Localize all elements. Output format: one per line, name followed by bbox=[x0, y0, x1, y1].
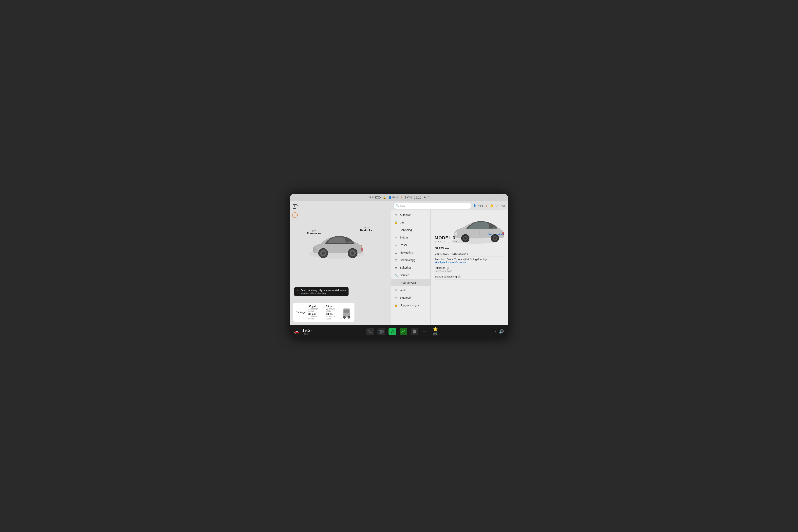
search-icon: 🔍 bbox=[396, 204, 399, 207]
menu-item-navigering[interactable]: ▲ Navigering bbox=[391, 249, 431, 256]
outside-temp: 14°C bbox=[424, 196, 430, 199]
bottom-left: 🚗 ‹ 19.5 › ⊡ ⊡ bbox=[294, 328, 312, 335]
model-variant: STANDARD PLUS bbox=[435, 241, 458, 243]
menu-item-bluetooth[interactable]: ✳ Bluetooth bbox=[391, 294, 431, 301]
menu-label-5: Navigering bbox=[400, 251, 413, 254]
seat-icon-left: ⊡ bbox=[304, 333, 306, 335]
nav-left-arrow[interactable]: ‹ bbox=[495, 330, 496, 333]
menu-icon-0: ◎ bbox=[394, 213, 398, 216]
warning-triangle-icon: ⚠ bbox=[297, 289, 300, 292]
download-icon: ⬇ bbox=[401, 196, 403, 199]
menu-item-lås[interactable]: 🔒 Lås bbox=[391, 219, 431, 226]
menu-icon-10: ≋ bbox=[394, 288, 398, 292]
tire-rl: 39 psi 21 minuter sedan bbox=[308, 312, 322, 320]
menu-icon-11: ✳ bbox=[394, 296, 398, 299]
seat-icon-right: ⊡ bbox=[306, 333, 308, 335]
menu-sidebar: ◎ Autopilot 🔒 Lås ✦ Belysning ▭ Skärm ⌂ … bbox=[391, 210, 431, 325]
battery-icon bbox=[375, 196, 380, 199]
tire-pressure-grid: 38 psi 21 minuter sedan 39 psi 21 minute… bbox=[308, 305, 340, 320]
right-header: 🔍 Sök 👤 Profil ⬇ 🔔 ✳ LTE bbox=[391, 201, 508, 210]
rh-profile[interactable]: 👤 Profil bbox=[473, 204, 483, 207]
car-diagram: Öppna Framlucka Öppna Baklucka bbox=[290, 209, 391, 293]
clock: 15:20 bbox=[414, 196, 421, 199]
menu-label-12: Uppgraderingar bbox=[400, 304, 419, 307]
rh-download-icon[interactable]: ⬇ bbox=[485, 204, 488, 207]
sos-button[interactable]: SOS bbox=[405, 196, 412, 199]
svg-text:LTE: LTE bbox=[501, 205, 504, 207]
menu-label-11: Bluetooth bbox=[400, 296, 412, 299]
menu-item-skärm[interactable]: ▭ Skärm bbox=[391, 234, 431, 241]
app-camera[interactable] bbox=[377, 328, 385, 335]
menu-label-3: Skärm bbox=[400, 236, 408, 239]
battery-fill bbox=[375, 197, 376, 198]
lock-icon: 🔒 bbox=[383, 196, 386, 199]
search-box[interactable]: 🔍 Sök bbox=[394, 203, 471, 209]
model-section: MODEL 3 STANDARD PLUS Tesla model 3 68 1… bbox=[435, 213, 504, 280]
car-svg-container: Öppna Framlucka Öppna Baklucka bbox=[303, 224, 378, 279]
bottom-right: ‹ 🔊 bbox=[495, 329, 504, 334]
details-panel: MODEL 3 STANDARD PLUS Tesla model 3 68 1… bbox=[431, 210, 508, 325]
svg-point-29 bbox=[494, 237, 496, 240]
app-favorites[interactable]: ⭐🎮 bbox=[433, 328, 440, 335]
menu-item-schemalägg[interactable]: ◷ Schemalägg bbox=[391, 256, 431, 264]
bottom-bar: 🚗 ‹ 19.5 › ⊡ ⊡ 📞 bbox=[290, 325, 508, 338]
rh-bell-icon[interactable]: 🔔 bbox=[490, 204, 494, 208]
temp-display: ‹ 19.5 › ⊡ ⊡ bbox=[301, 328, 312, 335]
media-icon[interactable] bbox=[292, 203, 299, 210]
model-link[interactable]: Tesla model 3 bbox=[488, 233, 504, 236]
menu-icon-7: ◉ bbox=[394, 266, 398, 269]
framlucka-label[interactable]: Öppna Framlucka bbox=[307, 229, 321, 235]
menu-item-programvara[interactable]: ⬇ Programvara bbox=[391, 279, 431, 286]
menu-label-0: Autopilot bbox=[400, 213, 411, 216]
model-name: MODEL 3 bbox=[435, 235, 458, 241]
rh-profile-label: Profil bbox=[477, 204, 483, 207]
profile-section[interactable]: 👤 Profil bbox=[388, 196, 398, 199]
menu-item-wi-fi[interactable]: ≋ Wi-Fi bbox=[391, 286, 431, 294]
menu-item-resor[interactable]: ⌂ Resor bbox=[391, 241, 431, 249]
svg-point-26 bbox=[464, 237, 467, 240]
status-bar: 18 % 🔒 👤 Profil ⬇ SOS 15:20 14°C bbox=[290, 194, 508, 201]
car-bottom-icon[interactable]: 🚗 bbox=[294, 329, 299, 334]
menu-item-belysning[interactable]: ✦ Belysning bbox=[391, 226, 431, 234]
svg-rect-14 bbox=[344, 309, 349, 313]
svg-point-18 bbox=[348, 317, 349, 318]
menu-label-6: Schemalägg bbox=[400, 259, 415, 262]
app-files[interactable] bbox=[411, 328, 418, 335]
tire-car-icon bbox=[341, 305, 352, 320]
profile-person-icon: 👤 bbox=[388, 196, 392, 199]
tire-fl: 38 psi 21 minuter sedan bbox=[308, 305, 322, 312]
menu-item-säkerhet[interactable]: ◉ Säkerhet bbox=[391, 264, 431, 271]
std-conn-info-icon[interactable]: i bbox=[458, 276, 461, 278]
menu-icon-6: ◷ bbox=[394, 259, 398, 262]
tire-rr: 38 psi 22 minuter sedan bbox=[326, 312, 340, 320]
menu-item-autopilot[interactable]: ◎ Autopilot bbox=[391, 211, 431, 219]
menu-item-service[interactable]: 🔧 Service bbox=[391, 271, 431, 279]
warning-text: ⚠ Betald laddning otillg. – kontr. obeta… bbox=[297, 289, 346, 292]
svg-point-16 bbox=[344, 317, 345, 318]
menu-item-uppgraderingar[interactable]: 🔓 Uppgraderingar bbox=[391, 301, 431, 309]
std-conn-row: Standardanslutning i bbox=[435, 274, 504, 280]
vehicle-info-link[interactable]: Ytterligare fordonsinformation bbox=[435, 261, 466, 264]
tire-pressure-title: Däcktryck bbox=[296, 311, 307, 314]
volume-icon[interactable]: 🔊 bbox=[499, 329, 504, 334]
rh-profile-icon: 👤 bbox=[473, 204, 476, 207]
tire-pressure-box: Däcktryck 38 psi 21 minuter sedan 39 psi… bbox=[293, 303, 355, 322]
svg-point-33 bbox=[380, 331, 382, 332]
rh-bluetooth-icon: ✳ bbox=[496, 204, 498, 207]
baklucka-label[interactable]: Öppna Baklucka bbox=[360, 226, 372, 232]
app-spotify[interactable]: ♫ bbox=[388, 328, 396, 335]
svg-point-7 bbox=[321, 251, 325, 255]
right-header-icons: 👤 Profil ⬇ 🔔 ✳ LTE bbox=[473, 204, 505, 208]
right-panel: 🔍 Sök 👤 Profil ⬇ 🔔 ✳ LTE bbox=[391, 201, 508, 325]
menu-icon-9: ⬇ bbox=[394, 281, 398, 284]
tire-pressure-icon[interactable]: ! bbox=[292, 212, 298, 218]
app-phone[interactable]: 📞 bbox=[366, 328, 374, 335]
battery-percent: 18 % bbox=[368, 196, 374, 199]
menu-icon-5: ▲ bbox=[394, 251, 398, 254]
left-panel: ! Öppna Framlucka Öppna Baklucka bbox=[290, 201, 391, 325]
app-more[interactable]: ··· bbox=[422, 328, 429, 335]
app-stocks[interactable] bbox=[400, 328, 407, 335]
interior-temp: 19.5 bbox=[302, 328, 310, 333]
autopilot-info-icon[interactable]: i bbox=[446, 267, 449, 269]
svg-rect-20 bbox=[504, 206, 504, 207]
